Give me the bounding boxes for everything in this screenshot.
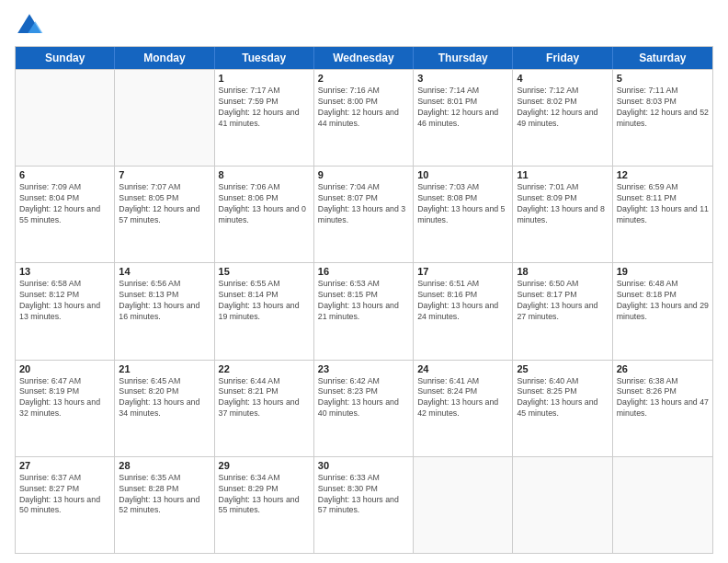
cell-day-number: 12 bbox=[617, 169, 709, 180]
cell-info-text: Sunrise: 6:42 AM Sunset: 8:23 PM Dayligh… bbox=[318, 376, 409, 420]
calendar-cell: 26Sunrise: 6:38 AM Sunset: 8:26 PM Dayli… bbox=[613, 361, 712, 456]
calendar-cell: 17Sunrise: 6:51 AM Sunset: 8:16 PM Dayli… bbox=[414, 263, 513, 359]
cell-info-text: Sunrise: 7:16 AM Sunset: 8:00 PM Dayligh… bbox=[318, 86, 409, 130]
cell-info-text: Sunrise: 6:33 AM Sunset: 8:30 PM Dayligh… bbox=[318, 473, 409, 517]
calendar-header-cell: Thursday bbox=[414, 47, 513, 69]
cell-day-number: 8 bbox=[219, 169, 310, 180]
cell-info-text: Sunrise: 7:09 AM Sunset: 8:04 PM Dayligh… bbox=[19, 182, 110, 226]
cell-info-text: Sunrise: 6:40 AM Sunset: 8:25 PM Dayligh… bbox=[517, 376, 608, 420]
cell-info-text: Sunrise: 6:45 AM Sunset: 8:20 PM Dayligh… bbox=[119, 376, 210, 420]
calendar-cell: 2Sunrise: 7:16 AM Sunset: 8:00 PM Daylig… bbox=[314, 70, 414, 166]
cell-info-text: Sunrise: 6:56 AM Sunset: 8:13 PM Dayligh… bbox=[119, 279, 210, 323]
calendar-cell: 21Sunrise: 6:45 AM Sunset: 8:20 PM Dayli… bbox=[115, 361, 214, 456]
cell-info-text: Sunrise: 6:59 AM Sunset: 8:11 PM Dayligh… bbox=[617, 182, 709, 226]
calendar-week-row: 13Sunrise: 6:58 AM Sunset: 8:12 PM Dayli… bbox=[16, 262, 712, 359]
cell-day-number: 6 bbox=[19, 169, 110, 180]
cell-info-text: Sunrise: 7:12 AM Sunset: 8:02 PM Dayligh… bbox=[517, 86, 608, 130]
calendar-cell: 4Sunrise: 7:12 AM Sunset: 8:02 PM Daylig… bbox=[513, 70, 612, 166]
cell-info-text: Sunrise: 6:51 AM Sunset: 8:16 PM Dayligh… bbox=[417, 279, 508, 323]
cell-day-number: 7 bbox=[119, 169, 210, 180]
calendar-week-row: 27Sunrise: 6:37 AM Sunset: 8:27 PM Dayli… bbox=[16, 456, 712, 553]
cell-info-text: Sunrise: 6:50 AM Sunset: 8:17 PM Dayligh… bbox=[517, 279, 608, 323]
cell-day-number: 29 bbox=[219, 460, 310, 471]
cell-day-number: 3 bbox=[417, 73, 508, 84]
cell-day-number: 24 bbox=[417, 363, 508, 374]
calendar-cell: 28Sunrise: 6:35 AM Sunset: 8:28 PM Dayli… bbox=[115, 457, 214, 553]
cell-day-number: 18 bbox=[517, 266, 608, 277]
calendar-cell: 25Sunrise: 6:40 AM Sunset: 8:25 PM Dayli… bbox=[513, 361, 612, 456]
calendar-body: 1Sunrise: 7:17 AM Sunset: 7:59 PM Daylig… bbox=[16, 69, 712, 553]
calendar-cell: 29Sunrise: 6:34 AM Sunset: 8:29 PM Dayli… bbox=[215, 457, 314, 553]
cell-day-number: 11 bbox=[517, 169, 608, 180]
calendar-cell: 27Sunrise: 6:37 AM Sunset: 8:27 PM Dayli… bbox=[16, 457, 115, 553]
cell-info-text: Sunrise: 6:34 AM Sunset: 8:29 PM Dayligh… bbox=[219, 473, 310, 517]
calendar-cell: 3Sunrise: 7:14 AM Sunset: 8:01 PM Daylig… bbox=[414, 70, 513, 166]
calendar-cell: 20Sunrise: 6:47 AM Sunset: 8:19 PM Dayli… bbox=[16, 361, 115, 456]
cell-info-text: Sunrise: 6:47 AM Sunset: 8:19 PM Dayligh… bbox=[19, 376, 110, 420]
calendar-week-row: 1Sunrise: 7:17 AM Sunset: 7:59 PM Daylig… bbox=[16, 69, 712, 166]
cell-day-number: 17 bbox=[417, 266, 508, 277]
cell-day-number: 14 bbox=[119, 266, 210, 277]
calendar-cell: 13Sunrise: 6:58 AM Sunset: 8:12 PM Dayli… bbox=[16, 263, 115, 359]
calendar-cell: 22Sunrise: 6:44 AM Sunset: 8:21 PM Dayli… bbox=[215, 361, 314, 456]
cell-info-text: Sunrise: 6:35 AM Sunset: 8:28 PM Dayligh… bbox=[119, 473, 210, 517]
calendar-week-row: 6Sunrise: 7:09 AM Sunset: 8:04 PM Daylig… bbox=[16, 166, 712, 262]
cell-info-text: Sunrise: 7:14 AM Sunset: 8:01 PM Dayligh… bbox=[417, 86, 508, 130]
calendar-cell bbox=[513, 457, 612, 553]
cell-day-number: 10 bbox=[417, 169, 508, 180]
calendar-cell bbox=[115, 70, 214, 166]
calendar-cell: 15Sunrise: 6:55 AM Sunset: 8:14 PM Dayli… bbox=[215, 263, 314, 359]
calendar-cell bbox=[613, 457, 712, 553]
calendar-cell: 14Sunrise: 6:56 AM Sunset: 8:13 PM Dayli… bbox=[115, 263, 214, 359]
calendar-cell: 30Sunrise: 6:33 AM Sunset: 8:30 PM Dayli… bbox=[314, 457, 414, 553]
cell-day-number: 20 bbox=[19, 363, 110, 374]
cell-info-text: Sunrise: 7:03 AM Sunset: 8:08 PM Dayligh… bbox=[417, 182, 508, 226]
cell-day-number: 15 bbox=[219, 266, 310, 277]
cell-info-text: Sunrise: 7:01 AM Sunset: 8:09 PM Dayligh… bbox=[517, 182, 608, 226]
cell-day-number: 28 bbox=[119, 460, 210, 471]
cell-day-number: 22 bbox=[219, 363, 310, 374]
calendar-cell: 18Sunrise: 6:50 AM Sunset: 8:17 PM Dayli… bbox=[513, 263, 612, 359]
cell-day-number: 1 bbox=[219, 73, 310, 84]
header bbox=[15, 11, 713, 40]
cell-info-text: Sunrise: 7:17 AM Sunset: 7:59 PM Dayligh… bbox=[219, 86, 310, 130]
cell-day-number: 23 bbox=[318, 363, 409, 374]
calendar-cell: 9Sunrise: 7:04 AM Sunset: 8:07 PM Daylig… bbox=[314, 167, 414, 262]
cell-info-text: Sunrise: 7:04 AM Sunset: 8:07 PM Dayligh… bbox=[318, 182, 409, 226]
calendar-cell: 24Sunrise: 6:41 AM Sunset: 8:24 PM Dayli… bbox=[414, 361, 513, 456]
calendar-cell bbox=[414, 457, 513, 553]
cell-day-number: 5 bbox=[617, 73, 709, 84]
calendar-cell: 10Sunrise: 7:03 AM Sunset: 8:08 PM Dayli… bbox=[414, 167, 513, 262]
cell-day-number: 13 bbox=[19, 266, 110, 277]
calendar-header-row: SundayMondayTuesdayWednesdayThursdayFrid… bbox=[16, 47, 712, 69]
calendar-cell: 1Sunrise: 7:17 AM Sunset: 7:59 PM Daylig… bbox=[215, 70, 314, 166]
cell-info-text: Sunrise: 6:55 AM Sunset: 8:14 PM Dayligh… bbox=[219, 279, 310, 323]
cell-info-text: Sunrise: 6:58 AM Sunset: 8:12 PM Dayligh… bbox=[19, 279, 110, 323]
page: SundayMondayTuesdayWednesdayThursdayFrid… bbox=[0, 0, 728, 563]
cell-info-text: Sunrise: 6:41 AM Sunset: 8:24 PM Dayligh… bbox=[417, 376, 508, 420]
calendar: SundayMondayTuesdayWednesdayThursdayFrid… bbox=[15, 46, 713, 554]
cell-info-text: Sunrise: 7:11 AM Sunset: 8:03 PM Dayligh… bbox=[617, 86, 709, 130]
cell-day-number: 19 bbox=[617, 266, 709, 277]
calendar-header-cell: Tuesday bbox=[215, 47, 314, 69]
calendar-header-cell: Sunday bbox=[16, 47, 115, 69]
calendar-cell: 11Sunrise: 7:01 AM Sunset: 8:09 PM Dayli… bbox=[513, 167, 612, 262]
logo-icon bbox=[15, 11, 44, 40]
cell-day-number: 27 bbox=[19, 460, 110, 471]
calendar-header-cell: Wednesday bbox=[314, 47, 414, 69]
cell-info-text: Sunrise: 6:48 AM Sunset: 8:18 PM Dayligh… bbox=[617, 279, 709, 323]
cell-day-number: 9 bbox=[318, 169, 409, 180]
cell-day-number: 21 bbox=[119, 363, 210, 374]
cell-day-number: 2 bbox=[318, 73, 409, 84]
cell-info-text: Sunrise: 6:38 AM Sunset: 8:26 PM Dayligh… bbox=[617, 376, 709, 420]
calendar-cell: 12Sunrise: 6:59 AM Sunset: 8:11 PM Dayli… bbox=[613, 167, 712, 262]
calendar-header-cell: Friday bbox=[513, 47, 612, 69]
cell-day-number: 26 bbox=[617, 363, 709, 374]
cell-day-number: 4 bbox=[517, 73, 608, 84]
calendar-cell: 5Sunrise: 7:11 AM Sunset: 8:03 PM Daylig… bbox=[613, 70, 712, 166]
calendar-cell: 6Sunrise: 7:09 AM Sunset: 8:04 PM Daylig… bbox=[16, 167, 115, 262]
cell-info-text: Sunrise: 7:06 AM Sunset: 8:06 PM Dayligh… bbox=[219, 182, 310, 226]
calendar-cell: 16Sunrise: 6:53 AM Sunset: 8:15 PM Dayli… bbox=[314, 263, 414, 359]
calendar-cell: 23Sunrise: 6:42 AM Sunset: 8:23 PM Dayli… bbox=[314, 361, 414, 456]
cell-day-number: 16 bbox=[318, 266, 409, 277]
